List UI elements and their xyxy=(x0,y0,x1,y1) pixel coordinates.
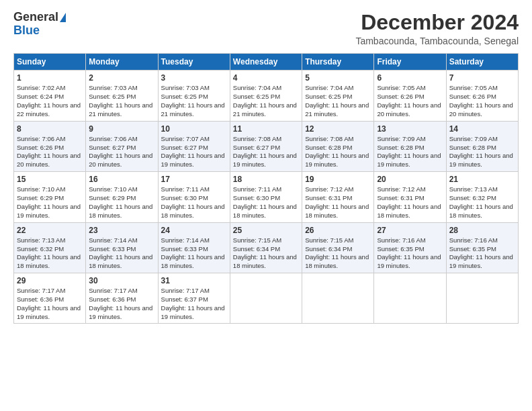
day-number: 15 xyxy=(17,174,83,185)
daylight-text: Daylight: 11 hours and 21 minutes. xyxy=(233,101,297,118)
calendar-cell: 26Sunrise: 7:15 AMSunset: 6:34 PMDayligh… xyxy=(302,222,374,273)
calendar-cell: 7Sunrise: 7:05 AMSunset: 6:26 PMDaylight… xyxy=(446,71,518,121)
day-number: 9 xyxy=(89,124,154,134)
sunset-text: Sunset: 6:31 PM xyxy=(305,194,352,201)
calendar-cell: 5Sunrise: 7:04 AMSunset: 6:25 PMDaylight… xyxy=(302,71,374,121)
daylight-text: Daylight: 11 hours and 19 minutes. xyxy=(449,253,513,269)
logo-general: General xyxy=(13,11,58,24)
day-number: 30 xyxy=(89,275,154,286)
daylight-text: Daylight: 11 hours and 19 minutes. xyxy=(17,203,81,219)
sunset-text: Sunset: 6:30 PM xyxy=(233,194,280,201)
daylight-text: Daylight: 11 hours and 18 minutes. xyxy=(89,253,152,269)
daylight-text: Daylight: 11 hours and 19 minutes. xyxy=(377,253,441,269)
sunrise-text: Sunrise: 7:11 AM xyxy=(161,185,210,193)
daylight-text: Daylight: 11 hours and 19 minutes. xyxy=(305,152,369,168)
calendar-cell xyxy=(230,273,302,323)
page: General Blue December 2024 Tambacounda, … xyxy=(0,0,532,330)
sunrise-text: Sunrise: 7:04 AM xyxy=(233,84,281,91)
sunset-text: Sunset: 6:28 PM xyxy=(305,144,352,151)
calendar-cell: 15Sunrise: 7:10 AMSunset: 6:29 PMDayligh… xyxy=(14,172,86,222)
day-number: 27 xyxy=(377,225,443,236)
day-number: 19 xyxy=(305,174,371,185)
logo: General Blue xyxy=(13,11,66,38)
day-number: 23 xyxy=(89,225,154,236)
calendar-cell: 21Sunrise: 7:13 AMSunset: 6:32 PMDayligh… xyxy=(446,172,518,222)
calendar-cell: 17Sunrise: 7:11 AMSunset: 6:30 PMDayligh… xyxy=(158,172,230,222)
sunrise-text: Sunrise: 7:12 AM xyxy=(305,185,353,193)
daylight-text: Daylight: 11 hours and 20 minutes. xyxy=(89,152,152,168)
col-saturday: Saturday xyxy=(446,54,518,71)
sunset-text: Sunset: 6:35 PM xyxy=(449,245,496,253)
day-number: 17 xyxy=(161,174,227,185)
sunrise-text: Sunrise: 7:14 AM xyxy=(89,236,137,244)
daylight-text: Daylight: 11 hours and 18 minutes. xyxy=(305,203,369,219)
logo-blue: Blue xyxy=(13,24,40,38)
day-number: 10 xyxy=(161,124,227,134)
day-number: 6 xyxy=(377,73,443,83)
calendar-cell: 31Sunrise: 7:17 AMSunset: 6:37 PMDayligh… xyxy=(158,273,230,323)
col-thursday: Thursday xyxy=(302,54,374,71)
subtitle: Tambacounda, Tambacounda, Senegal xyxy=(355,36,519,46)
calendar-cell xyxy=(446,273,518,323)
calendar-cell: 19Sunrise: 7:12 AMSunset: 6:31 PMDayligh… xyxy=(302,172,374,222)
calendar-cell: 20Sunrise: 7:12 AMSunset: 6:31 PMDayligh… xyxy=(374,172,446,222)
day-number: 22 xyxy=(17,225,83,236)
calendar-cell: 18Sunrise: 7:11 AMSunset: 6:30 PMDayligh… xyxy=(230,172,302,222)
sunrise-text: Sunrise: 7:14 AM xyxy=(161,236,210,244)
sunset-text: Sunset: 6:28 PM xyxy=(377,144,424,151)
day-number: 3 xyxy=(161,73,227,83)
daylight-text: Daylight: 11 hours and 20 minutes. xyxy=(377,101,441,118)
sunrise-text: Sunrise: 7:13 AM xyxy=(17,236,65,244)
day-number: 7 xyxy=(449,73,515,83)
day-number: 29 xyxy=(17,275,83,286)
calendar-cell: 14Sunrise: 7:09 AMSunset: 6:28 PMDayligh… xyxy=(446,121,518,171)
calendar-week-row: 15Sunrise: 7:10 AMSunset: 6:29 PMDayligh… xyxy=(14,172,519,222)
day-number: 21 xyxy=(449,174,515,185)
calendar-cell: 9Sunrise: 7:06 AMSunset: 6:27 PMDaylight… xyxy=(86,121,158,171)
sunset-text: Sunset: 6:25 PM xyxy=(89,93,136,100)
calendar-week-row: 8Sunrise: 7:06 AMSunset: 6:26 PMDaylight… xyxy=(14,121,519,171)
day-number: 31 xyxy=(161,275,227,286)
col-tuesday: Tuesday xyxy=(158,54,230,71)
calendar-week-row: 29Sunrise: 7:17 AMSunset: 6:36 PMDayligh… xyxy=(14,273,519,323)
daylight-text: Daylight: 11 hours and 19 minutes. xyxy=(17,304,81,320)
day-number: 28 xyxy=(449,225,515,236)
header: General Blue December 2024 Tambacounda, … xyxy=(13,11,519,46)
day-number: 2 xyxy=(89,73,154,83)
sunrise-text: Sunrise: 7:02 AM xyxy=(17,84,65,91)
day-number: 16 xyxy=(89,174,154,185)
sunset-text: Sunset: 6:25 PM xyxy=(161,93,208,100)
sunrise-text: Sunrise: 7:15 AM xyxy=(305,236,353,244)
daylight-text: Daylight: 11 hours and 19 minutes. xyxy=(233,152,297,168)
sunrise-text: Sunrise: 7:15 AM xyxy=(233,236,281,244)
sunrise-text: Sunrise: 7:08 AM xyxy=(305,135,353,142)
sunset-text: Sunset: 6:36 PM xyxy=(89,295,136,303)
calendar-cell: 6Sunrise: 7:05 AMSunset: 6:26 PMDaylight… xyxy=(374,71,446,121)
sunrise-text: Sunrise: 7:06 AM xyxy=(89,135,137,142)
day-number: 8 xyxy=(17,124,83,134)
sunset-text: Sunset: 6:36 PM xyxy=(17,295,64,303)
day-number: 12 xyxy=(305,124,371,134)
col-wednesday: Wednesday xyxy=(230,54,302,71)
sunset-text: Sunset: 6:28 PM xyxy=(449,144,496,151)
calendar-cell: 16Sunrise: 7:10 AMSunset: 6:29 PMDayligh… xyxy=(86,172,158,222)
sunset-text: Sunset: 6:26 PM xyxy=(377,93,424,100)
sunrise-text: Sunrise: 7:12 AM xyxy=(377,185,425,193)
sunrise-text: Sunrise: 7:16 AM xyxy=(449,236,498,244)
calendar-cell: 28Sunrise: 7:16 AMSunset: 6:35 PMDayligh… xyxy=(446,222,518,273)
sunrise-text: Sunrise: 7:17 AM xyxy=(17,287,65,294)
calendar-cell: 13Sunrise: 7:09 AMSunset: 6:28 PMDayligh… xyxy=(374,121,446,171)
sunset-text: Sunset: 6:33 PM xyxy=(161,245,208,253)
sunrise-text: Sunrise: 7:05 AM xyxy=(449,84,498,91)
daylight-text: Daylight: 11 hours and 18 minutes. xyxy=(89,203,152,219)
sunrise-text: Sunrise: 7:11 AM xyxy=(233,185,281,193)
sunrise-text: Sunrise: 7:03 AM xyxy=(161,84,210,91)
calendar-cell: 10Sunrise: 7:07 AMSunset: 6:27 PMDayligh… xyxy=(158,121,230,171)
calendar-cell xyxy=(302,273,374,323)
day-number: 26 xyxy=(305,225,371,236)
col-sunday: Sunday xyxy=(14,54,86,71)
daylight-text: Daylight: 11 hours and 20 minutes. xyxy=(17,152,81,168)
day-number: 14 xyxy=(449,124,515,134)
calendar-cell: 11Sunrise: 7:08 AMSunset: 6:27 PMDayligh… xyxy=(230,121,302,171)
sunset-text: Sunset: 6:33 PM xyxy=(89,245,136,253)
